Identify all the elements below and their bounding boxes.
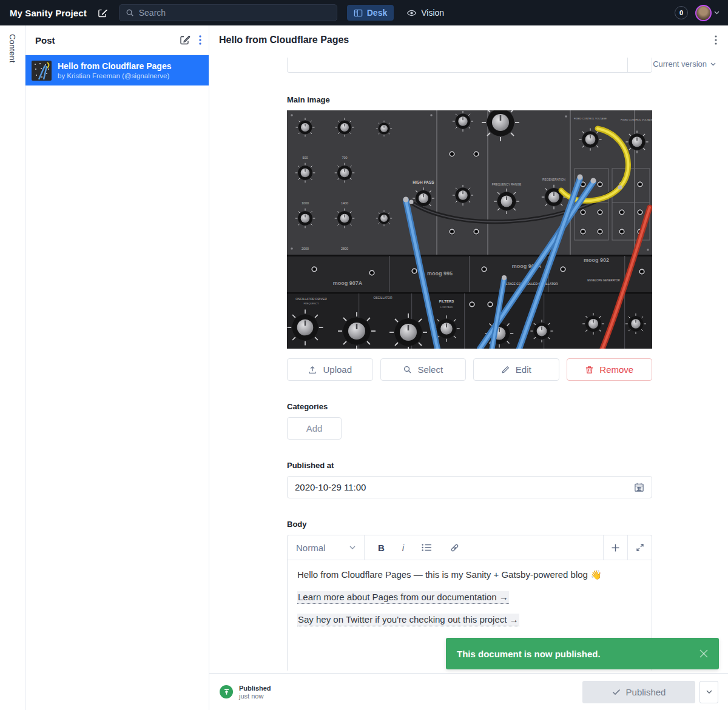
pane-menu-button[interactable] [199,35,201,45]
edit-button[interactable]: Edit [473,358,559,381]
version-label: Current version [653,59,707,69]
svg-text:1400: 1400 [341,201,348,205]
italic-button[interactable]: i [402,543,404,553]
upload-button[interactable]: Upload [287,358,373,381]
version-selector[interactable]: Current version [653,59,716,69]
compose-icon [98,8,108,18]
svg-text:FREQUENCY: FREQUENCY [303,302,318,305]
trash-icon [585,365,594,374]
sidebar-content-strip[interactable]: Content [0,25,25,710]
chevron-down-icon [349,546,356,550]
slug-generate-button[interactable] [627,58,652,72]
check-icon [612,689,621,695]
project-title: My Sanity Project [10,8,87,18]
publish-menu-button[interactable] [699,681,718,703]
body-link-line: Say hey on Twitter if you're checking ou… [297,613,642,626]
expand-editor-button[interactable] [627,535,652,560]
svg-text:REGENERATION: REGENERATION [542,178,566,181]
close-icon[interactable] [698,648,709,659]
avatar[interactable] [695,5,712,21]
svg-text:1000: 1000 [302,201,309,205]
kebab-icon [199,35,201,45]
body-link-line: Learn more about Pages from our document… [297,591,642,604]
insert-button[interactable] [603,535,627,560]
main-image-label: Main image [287,95,652,104]
publish-state: Published just now [220,685,271,700]
toast-message: This document is now published. [457,649,601,659]
svg-text:2000: 2000 [302,247,309,250]
slug-field-partial[interactable] [287,58,652,73]
document-form: Current version Main image [209,55,728,673]
select-button[interactable]: Select [380,358,467,381]
search-icon [126,8,134,17]
chevron-down-icon [710,62,716,66]
svg-text:700: 700 [342,156,347,159]
list-item-post[interactable]: Hello from Cloudflare Pages by Kristian … [25,55,209,85]
svg-text:ENVELOPE GENERATOR: ENVELOPE GENERATOR [587,279,620,282]
bullet-list-button[interactable] [422,543,432,552]
eye-icon [406,8,417,18]
format-buttons: B i [365,535,603,560]
pane-header: Post [25,25,209,55]
document-menu-button[interactable] [715,35,717,45]
publish-status: Published [239,685,271,692]
search-icon [403,365,412,374]
topbar: My Sanity Project Desk [0,0,728,25]
svg-text:moog 995: moog 995 [427,270,453,276]
published-at-field [287,476,652,498]
compose-icon [180,35,190,45]
expand-icon [636,543,644,552]
pane-title: Post [35,35,55,45]
post-thumbnail [32,61,52,81]
desk-icon [354,8,363,18]
published-at-label: Published at [287,461,652,470]
chevron-down-icon [706,690,712,694]
tab-vision[interactable]: Vision [400,5,451,21]
main-image-preview[interactable]: 500700 10001400 20002800 HIGH PASS FREQU… [287,110,652,349]
search-input[interactable] [139,8,331,18]
topbar-right: 0 [675,5,720,21]
presence-badge[interactable]: 0 [675,6,688,19]
publish-button[interactable]: Published [582,681,695,703]
select-label: Select [417,364,443,375]
kebab-icon [715,35,717,45]
search-box[interactable] [119,4,337,21]
published-icon [220,685,233,698]
svg-text:moog 907A: moog 907A [333,280,363,286]
publish-toast: This document is now published. [446,638,719,669]
svg-text:VOLTAGE CONTROLLED OSCILLATOR: VOLTAGE CONTROLLED OSCILLATOR [502,282,558,286]
categories-label: Categories [287,402,652,411]
list-item-subtitle: by Kristian Freeman (@signalnerve) [58,72,171,79]
remove-label: Remove [599,364,633,375]
chevron-down-icon[interactable] [714,11,720,15]
published-at-input[interactable] [295,482,634,492]
upload-label: Upload [323,364,352,375]
svg-text:FIXED CONTROL VOLTAGE: FIXED CONTROL VOLTAGE [574,117,607,120]
svg-text:LOW PASS: LOW PASS [440,306,453,309]
create-post-button[interactable] [180,35,190,45]
plus-icon [611,543,620,552]
bold-button[interactable]: B [378,543,385,553]
tab-vision-label: Vision [421,8,444,18]
body-link-1[interactable]: Learn more about Pages from our document… [297,591,509,604]
calendar-icon[interactable] [634,482,644,492]
document-footer: Published just now Published [209,673,728,710]
style-select[interactable]: Normal [288,535,365,560]
document-title: Hello from Cloudflare Pages [219,35,349,45]
link-button[interactable] [450,543,460,553]
svg-text:OSCILLATOR DRIVER: OSCILLATOR DRIVER [295,297,327,301]
footer-actions: Published [582,681,718,703]
tab-desk[interactable]: Desk [347,5,394,21]
new-document-button[interactable] [98,8,108,18]
document-header: Hello from Cloudflare Pages [209,25,728,55]
pane-actions [180,35,201,45]
body-link-2[interactable]: Say hey on Twitter if you're checking ou… [297,614,519,626]
tab-desk-label: Desk [367,8,387,18]
edit-label: Edit [516,364,531,375]
svg-text:OSCILLATOR: OSCILLATOR [373,296,393,300]
add-category-button[interactable]: Add [287,417,342,440]
image-actions: Upload Select Edit [287,358,652,381]
remove-button[interactable]: Remove [567,358,653,381]
style-select-value: Normal [296,543,325,553]
body-label: Body [287,520,652,529]
